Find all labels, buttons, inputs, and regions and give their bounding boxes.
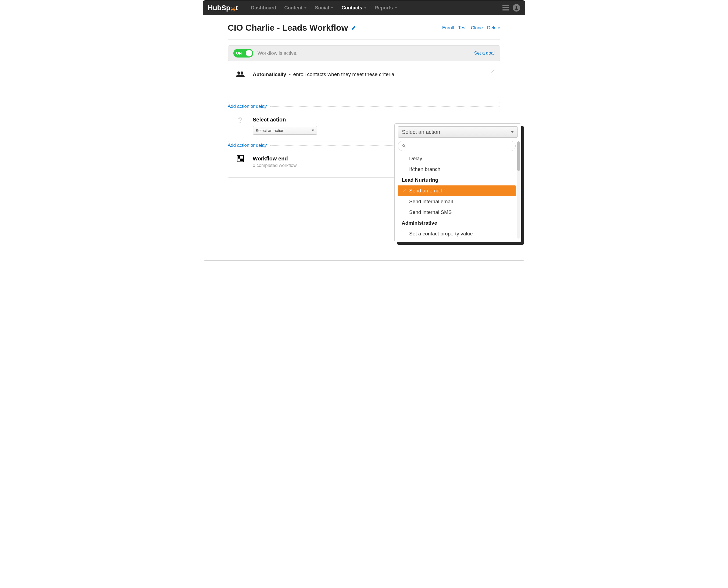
question-mark-icon: ?	[238, 116, 243, 124]
action-group-header: Administrative	[398, 218, 516, 228]
clone-link[interactable]: Clone	[471, 25, 482, 30]
timeline-connector	[268, 81, 268, 93]
contacts-icon	[235, 71, 245, 77]
test-link[interactable]: Test	[458, 25, 466, 30]
caret-down-icon	[289, 74, 291, 75]
enrollment-card: Automatically enroll contacts when they …	[228, 65, 500, 103]
edit-card-icon[interactable]	[491, 69, 495, 73]
dropdown-scrollbar[interactable]	[517, 141, 520, 239]
select-action-dropdown[interactable]: Select an action	[253, 126, 317, 135]
svg-point-11	[241, 71, 243, 74]
caret-down-icon	[511, 131, 514, 133]
select-action-title: Select action	[253, 117, 493, 123]
caret-down-icon	[312, 129, 314, 131]
check-icon	[402, 188, 407, 193]
action-option[interactable]: Send internal SMS	[398, 207, 516, 218]
user-avatar-icon[interactable]	[513, 4, 520, 12]
action-option[interactable]: Send an email	[398, 185, 516, 196]
nav-item-social[interactable]: Social	[312, 3, 337, 12]
action-option[interactable]: Send internal email	[398, 196, 516, 207]
nav-item-contacts[interactable]: Contacts	[338, 3, 370, 12]
end-icon	[235, 155, 245, 162]
app-window: HubSp t DashboardContentSocialContactsRe…	[203, 0, 525, 261]
enroll-link[interactable]: Enroll	[442, 25, 454, 30]
caret-down-icon	[331, 7, 333, 8]
svg-rect-13	[238, 156, 240, 159]
set-goal-link[interactable]: Set a goal	[474, 50, 495, 56]
topbar: HubSp t DashboardContentSocialContactsRe…	[203, 0, 525, 15]
workflow-active-toggle[interactable]: ON	[233, 49, 253, 58]
topbar-right	[502, 4, 520, 12]
action-search-field[interactable]	[398, 141, 516, 151]
workflow-status-text: Workflow is active.	[257, 50, 297, 56]
brand-logo: HubSp t	[208, 4, 238, 12]
action-group-header: Lead Nurturing	[398, 175, 516, 185]
page-title: CIO Charlie - Leads Workflow	[228, 23, 356, 33]
primary-nav: DashboardContentSocialContactsReports	[248, 3, 502, 12]
action-option[interactable]: Delay	[398, 153, 516, 164]
edit-title-icon[interactable]	[351, 25, 356, 30]
enrollment-mode-dropdown[interactable]: Automatically	[253, 71, 286, 78]
add-action-link[interactable]: Add action or delay	[228, 143, 270, 148]
delete-link[interactable]: Delete	[487, 25, 500, 30]
action-option[interactable]: Set a contact property value	[398, 228, 516, 239]
workflow-status-bar: ON Workflow is active. Set a goal	[228, 45, 500, 61]
caret-down-icon	[395, 7, 397, 8]
caret-down-icon	[364, 7, 367, 8]
svg-rect-14	[240, 159, 243, 161]
sprocket-icon	[231, 5, 235, 10]
action-dropdown-list: DelayIf/then branchLead NurturingSend an…	[398, 141, 516, 239]
add-action-row: Add action or delay	[228, 103, 500, 110]
nav-item-content[interactable]: Content	[281, 3, 310, 12]
page-header: CIO Charlie - Leads Workflow EnrollTestC…	[228, 23, 500, 33]
svg-line-7	[231, 10, 232, 11]
action-option[interactable]: If/then branch	[398, 164, 516, 175]
action-dropdown-panel: Select an action DelayIf/then branchLead…	[394, 123, 521, 242]
action-search-input[interactable]	[408, 143, 512, 149]
nav-item-dashboard[interactable]: Dashboard	[248, 3, 279, 12]
divider	[228, 39, 500, 40]
svg-point-0	[232, 8, 234, 10]
enrollment-criteria-line: Automatically enroll contacts when they …	[253, 71, 493, 78]
menu-icon[interactable]	[502, 5, 509, 10]
scrollbar-thumb[interactable]	[517, 141, 520, 171]
svg-line-6	[234, 10, 235, 11]
svg-line-8	[234, 7, 235, 8]
caret-down-icon	[304, 7, 307, 8]
svg-point-10	[237, 71, 240, 74]
page-actions: EnrollTestCloneDelete	[442, 25, 500, 30]
svg-point-9	[516, 6, 518, 8]
svg-line-5	[231, 7, 232, 8]
search-icon	[402, 144, 406, 148]
action-dropdown-header[interactable]: Select an action	[398, 126, 518, 138]
nav-item-reports[interactable]: Reports	[372, 3, 400, 12]
add-action-link[interactable]: Add action or delay	[228, 104, 270, 109]
